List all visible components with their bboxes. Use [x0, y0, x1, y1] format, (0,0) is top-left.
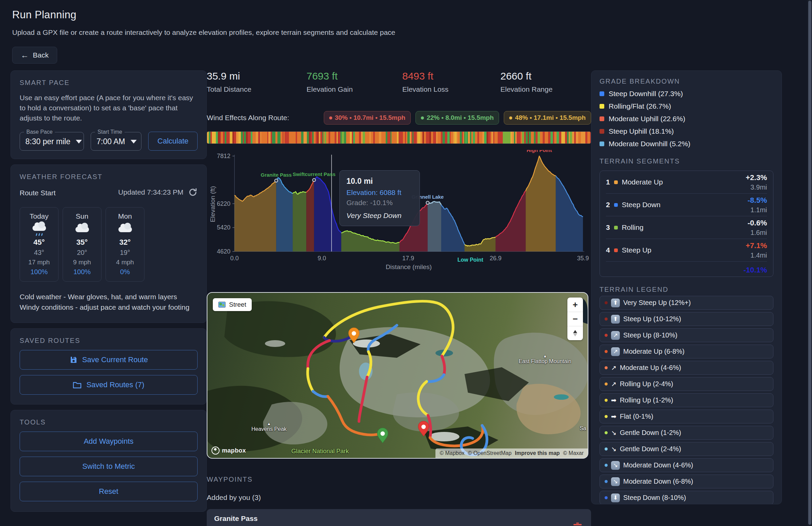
svg-text:Elevation (ft): Elevation (ft) — [209, 186, 216, 223]
segment-color-dot — [614, 226, 618, 229]
grade-breakdown-label: Moderate Downhill (5.2%) — [609, 140, 691, 148]
back-arrow-icon: ← — [20, 51, 29, 59]
terrain-legend-row: ↘Moderate Down (6-8%) — [599, 474, 773, 488]
save-current-route-button[interactable]: Save Current Route — [20, 350, 198, 370]
legend-label: Steep Down (8-10%) — [623, 494, 686, 502]
start-time-value: 7:00 AM — [97, 137, 125, 146]
segment-metrics: -8.5%1.1mi — [748, 196, 767, 214]
grade-breakdown-label: Rolling/Flat (26.7%) — [609, 102, 671, 110]
route-stat: 35.9 miTotal Distance — [207, 70, 306, 94]
terrain-segment-row[interactable]: 3Rolling-0.6%1.6mi — [606, 216, 767, 239]
compass-button[interactable] — [567, 326, 583, 340]
attrib-maxar[interactable]: © Maxar — [563, 450, 584, 456]
map-style-label: Street — [229, 301, 246, 308]
weather-day-card: Mon32°19°4 mph0% — [105, 207, 144, 282]
wind-badge-text: 30% • 10.7mi • 15.5mph — [335, 114, 406, 122]
legend-label: Moderate Down (4-6%) — [623, 461, 693, 469]
terrain-legend-row: ⬇Steep Down (8-10%) — [599, 491, 773, 504]
map-label-heavens-peak: ▲Heavens Peak — [251, 422, 287, 432]
segment-distance: 3.9mi — [746, 183, 767, 191]
mapbox-logo[interactable]: mapbox — [212, 446, 246, 455]
svg-text:5420: 5420 — [217, 224, 230, 231]
segment-grade: +7.1% — [746, 241, 767, 250]
wind-badge: 48% • 17.1mi • 15.5mph — [504, 111, 591, 125]
grade-arrow-icon: ⬆ — [611, 299, 620, 307]
grade-arrow-icon: ↗ — [611, 331, 620, 340]
calculate-button[interactable]: Calculate — [148, 132, 198, 151]
saved-routes-button[interactable]: Saved Routes (7) — [20, 375, 198, 395]
segment-name: Steep Down — [622, 201, 661, 209]
terrain-legend-row: ⬆Very Steep Up (12%+) — [599, 296, 773, 310]
map-attribution: © Mapbox © OpenStreetMap Improve this ma… — [435, 449, 588, 458]
page-title: Run Planning — [12, 9, 812, 21]
page-scrollbar[interactable] — [808, 0, 812, 526]
delete-waypoint-button[interactable] — [573, 522, 582, 526]
legend-color-dot — [605, 317, 608, 321]
zoom-in-button[interactable]: + — [567, 298, 583, 312]
waypoint-row[interactable]: Granite Pass Granite Pass 3.28 mi — [207, 509, 591, 526]
svg-text:17.9: 17.9 — [402, 255, 414, 262]
terrain-segment-row-clipped[interactable]: -10.1% — [606, 262, 767, 274]
grade-arrow-icon: ➡ — [611, 396, 617, 404]
reset-button[interactable]: Reset — [20, 482, 198, 501]
grade-breakdown-item: Steep Uphill (18.1%) — [599, 127, 773, 136]
stat-value: 7693 ft — [306, 70, 402, 82]
mapbox-wordmark: mapbox — [222, 447, 246, 454]
legend-color-dot — [605, 334, 608, 337]
tooltip-elevation: Elevation: 6088 ft — [346, 188, 413, 197]
switch-to-metric-button[interactable]: Switch to Metric — [20, 457, 198, 476]
map-zoom-control: + − — [567, 298, 583, 340]
cloud-shape — [75, 227, 89, 232]
attrib-mapbox[interactable]: © Mapbox — [439, 450, 464, 456]
segment-number: 2 — [606, 201, 610, 209]
start-time-select[interactable]: Start Time 7:00 AM — [91, 132, 142, 151]
refresh-icon[interactable] — [188, 187, 198, 197]
segment-distance: 1.6mi — [748, 229, 767, 237]
segment-grade: -10.1% — [743, 266, 767, 274]
segment-metrics: +2.3%3.9mi — [746, 173, 767, 191]
map-label-east-flattop: ▲East Flattop Mountain — [519, 354, 571, 365]
weather-panel: WEATHER FORECAST Route Start Updated 7:3… — [11, 165, 207, 323]
segment-distance: 1.1mi — [748, 206, 767, 214]
terrain-segment-row[interactable]: 4Steep Up+7.1%1.4mi — [606, 239, 767, 262]
grade-arrow-icon: ↗ — [611, 364, 617, 372]
segment-name: Steep Up — [622, 246, 652, 254]
route-stat: 2660 ftElevation Range — [501, 70, 591, 94]
segment-identity: 4Steep Up — [606, 246, 651, 254]
zoom-out-button[interactable]: − — [567, 312, 583, 326]
legend-color-dot — [605, 399, 608, 402]
grade-color-swatch — [599, 104, 604, 109]
legend-label: Rolling Up (2-4%) — [620, 380, 673, 388]
grade-breakdown-label: Moderate Uphill (22.6%) — [609, 115, 685, 123]
map-style-toggle-button[interactable]: Street — [213, 298, 252, 311]
mapbox-icon — [212, 446, 220, 455]
day-precip: 100% — [22, 268, 56, 276]
terrain-legend-row: ⬆Steep Up (10-12%) — [599, 312, 773, 326]
terrain-legend-row: ➡Rolling Up (1-2%) — [599, 393, 773, 407]
waypoints-subheading: Added by you (3) — [207, 494, 591, 502]
segment-grade: -0.6% — [748, 219, 767, 227]
attrib-improve-link[interactable]: Improve this map — [515, 450, 560, 456]
segment-color-dot — [614, 181, 618, 184]
attrib-osm[interactable]: © OpenStreetMap — [468, 450, 511, 456]
elevation-chart[interactable]: 78126220542046200.09.017.926.935.9Distan… — [207, 150, 591, 272]
legend-color-dot — [605, 383, 608, 385]
cloud-icon — [108, 224, 142, 235]
day-low-temp: 43° — [22, 249, 56, 257]
add-waypoints-button[interactable]: Add Waypoints — [20, 431, 198, 451]
grade-arrow-icon: ⬇ — [611, 494, 620, 502]
terrain-segment-row[interactable]: 2Steep Down-8.5%1.1mi — [606, 194, 767, 216]
segment-distance: 1.4mi — [746, 252, 767, 259]
start-pin-green[interactable] — [377, 428, 388, 443]
base-pace-select[interactable]: Base Pace 8:30 per mile — [20, 132, 84, 151]
terrain-segment-row[interactable]: 1Moderate Up+2.3%3.9mi — [606, 171, 767, 194]
weather-day-card: Today45°43°17 mph100% — [20, 207, 59, 282]
start-time-label: Start Time — [95, 129, 125, 135]
legend-label: Gentle Down (1-2%) — [620, 429, 681, 437]
day-wind: 9 mph — [65, 259, 99, 266]
back-button[interactable]: ← Back — [12, 47, 57, 63]
segment-metrics: +7.1%1.4mi — [746, 241, 767, 259]
day-name: Mon — [108, 212, 142, 221]
route-map[interactable]: ▲East Flattop Mountain ▲Heavens Peak Gla… — [207, 292, 589, 459]
legend-color-dot — [605, 431, 608, 434]
